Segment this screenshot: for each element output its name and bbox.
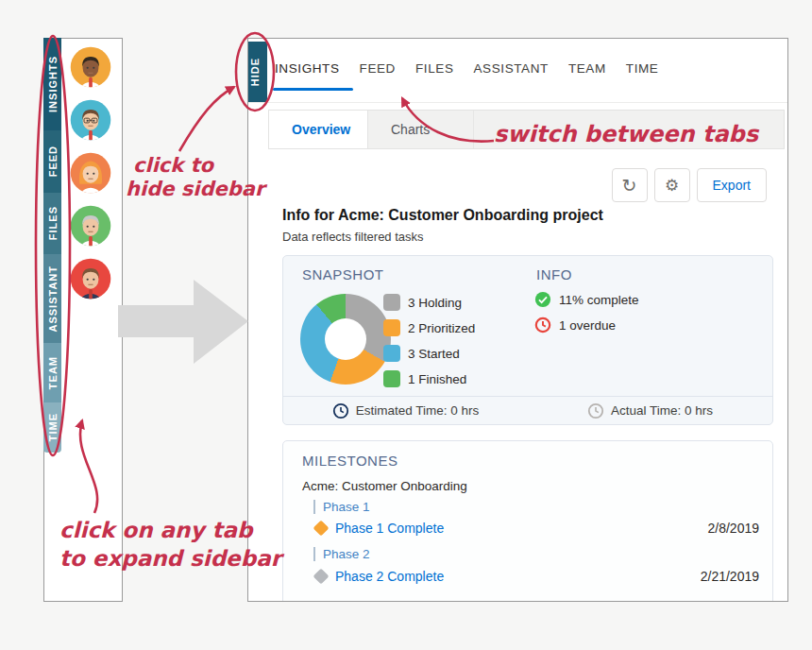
collapsed-sidebar: INSIGHTS FEED FILES ASSISTANT TEAM TIME xyxy=(43,38,123,602)
subtab-bar: Overview Charts xyxy=(268,110,785,149)
info-heading: INFO xyxy=(536,266,572,282)
sidebar-tab-insights[interactable]: INSIGHTS xyxy=(43,38,61,130)
avatar-man-red xyxy=(70,258,111,299)
tab-assistant[interactable]: ASSISTANT xyxy=(473,61,548,76)
legend-label: 3 Started xyxy=(408,347,460,361)
clock-icon xyxy=(587,402,604,419)
avatar-man-green xyxy=(70,205,111,247)
milestone-link[interactable]: Phase 1 Complete xyxy=(335,521,444,536)
subtab-charts[interactable]: Charts xyxy=(368,111,474,148)
legend-item-started: 3 Started xyxy=(383,344,475,363)
big-gray-arrow xyxy=(118,280,248,364)
avatar-man-yellow xyxy=(70,46,111,88)
refresh-icon: ↻ xyxy=(622,175,637,197)
hide-sidebar-label: HIDE xyxy=(249,58,261,86)
info-overdue-row: 1 overdue xyxy=(534,316,616,334)
milestone-row: Phase 2 Complete 2/21/2019 xyxy=(315,569,759,584)
legend-label: 3 Holding xyxy=(408,296,462,310)
sidebar-tab-label: TIME xyxy=(47,413,59,441)
sidebar-tab-assistant[interactable]: ASSISTANT xyxy=(43,254,61,343)
milestones-card: MILESTONES Acme: Customer Onboarding Pha… xyxy=(282,440,773,602)
legend-swatch xyxy=(383,319,400,336)
estimated-time: Estimated Time: 0 hrs xyxy=(283,397,528,424)
milestone-row: Phase 1 Complete 2/8/2019 xyxy=(315,521,759,536)
sidebar-tab-label: FEED xyxy=(47,145,59,177)
actual-time-label: Actual Time: 0 hrs xyxy=(611,403,713,418)
panel-tab-bar: INSIGHTS FEED FILES ASSISTANT TEAM TIME xyxy=(275,61,658,76)
milestone-link[interactable]: Phase 2 Complete xyxy=(335,569,444,584)
snapshot-heading: SNAPSHOT xyxy=(302,266,384,282)
milestone-date: 2/21/2019 xyxy=(701,569,759,584)
active-tab-underline xyxy=(273,88,353,91)
legend-item-holding: 3 Holding xyxy=(383,293,475,312)
milestone-diamond-icon xyxy=(313,569,330,585)
legend-label: 2 Prioritized xyxy=(408,321,475,335)
legend-swatch xyxy=(383,370,400,387)
phase-1-label: Phase 1 xyxy=(313,500,370,514)
tutorial-screenshot: INSIGHTS FEED FILES ASSISTANT TEAM TIME … xyxy=(0,0,812,650)
tab-time[interactable]: TIME xyxy=(626,61,659,76)
chart-legend: 3 Holding 2 Prioritized 3 Started 1 Fini… xyxy=(383,293,475,388)
sidebar-tab-label: INSIGHTS xyxy=(47,56,59,112)
milestones-project: Acme: Customer Onboarding xyxy=(302,479,467,493)
snapshot-card: SNAPSHOT 3 Holding 2 Prioritized 3 Start… xyxy=(282,255,773,425)
tab-files[interactable]: FILES xyxy=(415,61,454,76)
sidebar-tab-feed[interactable]: FEED xyxy=(43,130,61,193)
phase-2-label: Phase 2 xyxy=(313,547,370,561)
sidebar-tab-label: FILES xyxy=(47,206,59,240)
tab-team[interactable]: TEAM xyxy=(568,61,606,76)
toolbar: ↻ ⚙ Export xyxy=(612,168,767,202)
sidebar-tab-strip: INSIGHTS FEED FILES ASSISTANT TEAM TIME xyxy=(43,38,61,453)
milestone-date: 2/8/2019 xyxy=(708,521,760,536)
avatar-list xyxy=(70,46,111,299)
complete-value: 11% complete xyxy=(559,293,639,307)
overdue-value: 1 overdue xyxy=(559,318,616,333)
tab-insights[interactable]: INSIGHTS xyxy=(275,61,340,76)
legend-swatch xyxy=(383,294,400,311)
tab-feed[interactable]: FEED xyxy=(360,61,396,76)
insights-panel: HIDE INSIGHTS FEED FILES ASSISTANT TEAM … xyxy=(247,38,788,602)
export-button[interactable]: Export xyxy=(697,168,767,202)
overdue-clock-icon xyxy=(534,316,551,334)
avatar-man-glasses-teal xyxy=(70,99,111,141)
hide-sidebar-button[interactable]: HIDE xyxy=(247,42,267,102)
milestone-diamond-icon xyxy=(313,521,330,537)
annotation-hide-sidebar: click to hide sidebar xyxy=(126,154,264,201)
check-icon xyxy=(534,291,551,308)
page-title: Info for Acme: Customer Onboarding proje… xyxy=(282,207,603,224)
subtab-overview[interactable]: Overview xyxy=(269,111,368,148)
legend-swatch xyxy=(383,345,400,362)
legend-item-prioritized: 2 Prioritized xyxy=(383,318,475,337)
sidebar-tab-time[interactable]: TIME xyxy=(43,402,61,453)
legend-item-finished: 1 Finished xyxy=(383,369,475,388)
annotation-line: hide sidebar xyxy=(126,178,264,201)
sidebar-tab-files[interactable]: FILES xyxy=(43,193,61,254)
refresh-button[interactable]: ↻ xyxy=(612,168,648,202)
legend-label: 1 Finished xyxy=(408,372,466,386)
annotation-line: click to xyxy=(126,154,264,178)
actual-time: Actual Time: 0 hrs xyxy=(528,397,772,424)
settings-button[interactable]: ⚙ xyxy=(654,168,690,202)
gear-icon: ⚙ xyxy=(665,176,679,196)
clock-icon xyxy=(332,402,349,419)
avatar-woman-orange xyxy=(70,152,111,194)
info-complete-row: 11% complete xyxy=(534,291,639,308)
sidebar-tab-label: TEAM xyxy=(47,356,59,389)
milestones-heading: MILESTONES xyxy=(302,453,398,469)
donut-chart xyxy=(300,294,391,385)
hide-arrow xyxy=(179,87,234,151)
sidebar-tab-label: ASSISTANT xyxy=(47,265,59,333)
estimated-time-label: Estimated Time: 0 hrs xyxy=(356,403,480,418)
sidebar-tab-team[interactable]: TEAM xyxy=(43,343,61,402)
header-divider xyxy=(248,102,787,103)
time-footer: Estimated Time: 0 hrs Actual Time: 0 hrs xyxy=(283,396,772,424)
page-subtitle: Data reflects filtered tasks xyxy=(282,230,424,244)
